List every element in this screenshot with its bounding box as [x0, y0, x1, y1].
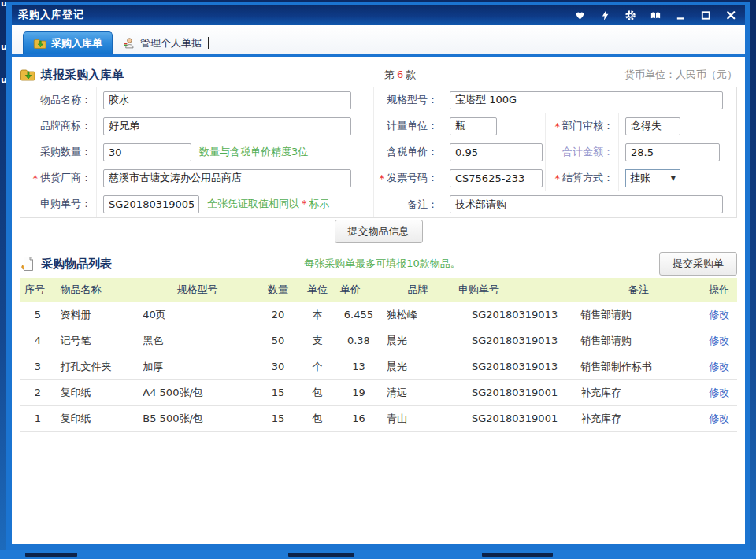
book-icon[interactable] [650, 9, 662, 21]
cell-spec: 加厚 [138, 354, 256, 379]
required-mark: * [555, 120, 561, 132]
maximize-icon[interactable] [700, 9, 712, 21]
table-header-cell: 规格型号 [138, 278, 256, 302]
cell-qty: 50 [257, 328, 300, 354]
tab-manage-personal[interactable]: 管理个人单据 [113, 31, 218, 54]
cell-unit: 包 [299, 405, 335, 431]
table-header-row: 序号物品名称规格型号数量单位单价品牌申购单号备注操作 [20, 278, 737, 302]
purchase-items-table: 序号物品名称规格型号数量单位单价品牌申购单号备注操作 5 资料册 40页 20 … [20, 278, 737, 432]
taskbar-item-fragment [288, 553, 354, 557]
table-header-cell: 品牌 [382, 278, 454, 302]
table-header-cell: 序号 [20, 278, 56, 302]
cell-item-name: 复印纸 [56, 379, 139, 405]
supplier-label: *供货厂商： [20, 165, 97, 191]
cell-action: 修改 [701, 405, 737, 431]
cell-price: 6.455 [335, 302, 382, 328]
cell-qty: 15 [257, 379, 300, 405]
settlement-select[interactable]: 挂账▼ [625, 169, 680, 187]
spec-model-label: 规格型号： [374, 87, 443, 113]
cell-action: 修改 [701, 354, 737, 379]
lightning-icon[interactable] [599, 9, 611, 21]
chevron-down-icon: ▼ [671, 175, 676, 182]
submit-order-button[interactable]: 提交采购单 [659, 252, 737, 276]
dept-audit-input[interactable] [625, 117, 680, 135]
close-icon[interactable] [725, 9, 737, 21]
cell-brand: 晨光 [382, 328, 454, 354]
edit-link[interactable]: 修改 [709, 361, 729, 372]
cell-action: 修改 [701, 328, 737, 354]
main-content: 填报采购入库单 第6款 货币单位：人民币（元） 物品名称： 规格型号： 品牌商标… [12, 57, 745, 544]
favorite-heart-icon[interactable] [574, 9, 586, 21]
gear-icon[interactable] [624, 9, 636, 21]
tab-purchase-entry[interactable]: 采购入库单 [23, 31, 113, 54]
taskbar-item-fragment [482, 553, 553, 557]
form-button-row: 提交物品信息 [20, 218, 737, 245]
remark-input[interactable] [450, 195, 723, 213]
hint-star: * [299, 198, 309, 209]
cell-item-name: 复印纸 [56, 405, 139, 431]
minimize-icon[interactable] [675, 9, 687, 21]
unit-input[interactable] [450, 117, 497, 135]
table-row: 2 复印纸 A4 500张/包 15 包 19 清远 SG20180319001… [20, 379, 737, 405]
table-header-cell: 物品名称 [56, 278, 139, 302]
document-list-icon [20, 256, 35, 272]
cell-note: 销售部请购 [576, 328, 701, 354]
cell-action: 修改 [701, 379, 737, 405]
table-header-cell: 操作 [701, 278, 737, 302]
edit-link[interactable]: 修改 [709, 309, 729, 320]
cell-unit: 个 [299, 354, 335, 379]
required-mark: * [380, 172, 385, 184]
voucher-hint: 全张凭证取值相同以*标示 [207, 197, 330, 211]
max-items-hint: 每张采购单最多可填报10款物品。 [112, 257, 653, 271]
cell-request-no: SG20180319001 [454, 405, 576, 431]
item-name-label: 物品名称： [20, 87, 97, 113]
remark-label: 备注： [374, 191, 443, 217]
cell-price: 0.38 [335, 328, 382, 354]
cell-no: 3 [20, 354, 56, 379]
tax-price-label: 含税单价： [374, 139, 443, 165]
cell-price: 19 [335, 379, 382, 405]
cell-brand: 清远 [382, 379, 454, 405]
cell-unit: 支 [299, 328, 335, 354]
cell-request-no: SG20180319001 [454, 379, 576, 405]
cell-no: 2 [20, 379, 56, 405]
request-no-input[interactable] [103, 195, 199, 213]
table-header-cell: 数量 [257, 278, 300, 302]
cell-no: 4 [20, 328, 56, 354]
cell-no: 1 [20, 405, 56, 431]
edit-link[interactable]: 修改 [709, 413, 729, 424]
invoice-no-input[interactable] [450, 169, 543, 187]
invoice-no-label: *发票号码： [374, 165, 443, 191]
table-row: 5 资料册 40页 20 本 6.455 独松峰 SG20180319013 销… [20, 302, 737, 328]
cell-spec: A4 500张/包 [138, 379, 256, 405]
total-amount-input[interactable] [625, 143, 720, 161]
purchase-qty-input[interactable] [103, 143, 191, 161]
purchase-qty-label: 采购数量： [20, 139, 97, 165]
brand-label: 品牌商标： [20, 113, 97, 139]
spec-model-input[interactable] [450, 91, 723, 109]
tab-label: 采购入库单 [51, 36, 102, 50]
required-mark: * [555, 172, 561, 184]
text-cursor [208, 37, 209, 49]
table-row: 3 打孔文件夹 加厚 30 个 13 晨光 SG20180319013 销售部制… [20, 354, 737, 379]
cell-no: 5 [20, 302, 56, 328]
cell-note: 补充库存 [576, 405, 701, 431]
cell-spec: B5 500张/包 [138, 405, 256, 431]
supplier-input[interactable] [103, 169, 351, 187]
brand-input[interactable] [103, 117, 351, 135]
entry-count-value: 6 [395, 68, 406, 80]
item-name-input[interactable] [103, 91, 351, 109]
tax-price-input[interactable] [450, 143, 543, 161]
dept-audit-label: *部门审核： [546, 113, 619, 139]
submit-item-button[interactable]: 提交物品信息 [335, 220, 423, 243]
window-title: 采购入库登记 [18, 8, 84, 22]
form-section-header: 填报采购入库单 第6款 货币单位：人民币（元） [20, 63, 737, 87]
cell-brand: 青山 [382, 405, 454, 431]
edit-link[interactable]: 修改 [709, 387, 729, 398]
edit-link[interactable]: 修改 [709, 335, 729, 346]
cell-item-name: 记号笔 [56, 328, 139, 354]
cell-spec: 40页 [138, 302, 256, 328]
cell-unit: 包 [299, 379, 335, 405]
total-amount-label: 合计金额： [546, 139, 619, 165]
table-header-cell: 单价 [335, 278, 382, 302]
